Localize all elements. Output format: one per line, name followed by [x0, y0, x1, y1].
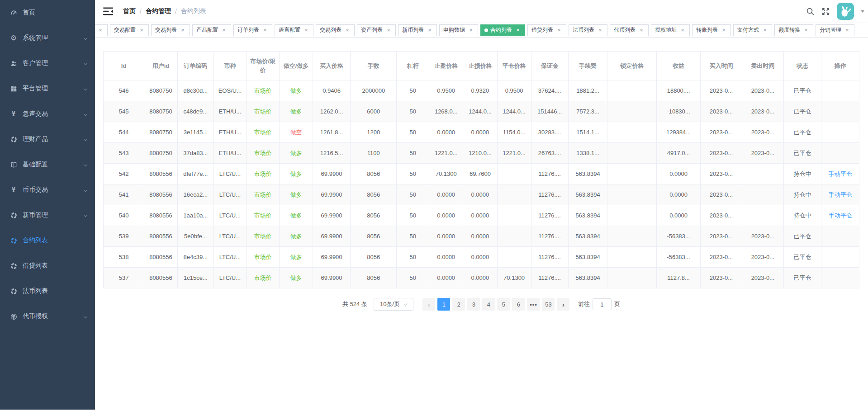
tab-trade-config[interactable]: 交易配置×	[110, 24, 149, 36]
cell-buy_price: 69.9900	[313, 164, 351, 184]
sidebar-item-fast-trade[interactable]: ¥急速交易	[0, 101, 95, 127]
sidebar-item-contract-list[interactable]: 合约列表	[0, 228, 95, 253]
tab-close-icon[interactable]: ×	[515, 27, 521, 33]
page-button-4[interactable]: 4	[482, 298, 495, 311]
tab-close-icon[interactable]: ×	[97, 27, 104, 33]
sidebar-item-new-coin[interactable]: 新币管理	[0, 203, 95, 228]
tab-fiat-list[interactable]: 法币列表×	[569, 24, 607, 36]
page-button-2[interactable]: 2	[452, 298, 465, 311]
page-button-53[interactable]: 53	[542, 298, 555, 311]
tab-transfer-list[interactable]: 转账列表×	[692, 24, 731, 36]
sidebar-item-platform[interactable]: 平台管理	[0, 76, 95, 101]
tab-close-icon[interactable]: ×	[385, 27, 392, 33]
cell-price_type: 市场价	[246, 247, 280, 268]
prev-page-button[interactable]: ‹	[422, 298, 435, 311]
sidebar-item-base-config[interactable]: 基础配置	[0, 152, 95, 177]
goto-page-input[interactable]	[593, 298, 612, 310]
cell-user_id: 8080556	[144, 247, 178, 268]
tab-label: 交易列表	[320, 26, 342, 34]
sidebar-item-home[interactable]: 首页	[0, 0, 95, 25]
cell-lots: 8056	[351, 268, 397, 288]
tab-close-icon[interactable]: ×	[180, 27, 186, 33]
tab-label: 法币列表	[573, 26, 594, 34]
tab-close-icon[interactable]: ×	[262, 27, 268, 33]
sidebar-item-system[interactable]: ⚙系统管理	[0, 25, 95, 51]
lifebuoy-icon	[10, 212, 17, 219]
tab-new-coin-list[interactable]: 新币列表×	[398, 24, 437, 36]
page-button-1[interactable]: 1	[437, 298, 450, 311]
tab-order-list[interactable]: 订单列表×	[233, 24, 272, 36]
cell-close_price: 0.9500	[497, 80, 531, 101]
sidebar-item-loan-list[interactable]: 借贷列表	[0, 253, 95, 278]
sidebar-item-customer[interactable]: 客户管理	[0, 51, 95, 76]
tab-auth-address[interactable]: 授权地址×	[651, 24, 690, 36]
sidebar-item-token-auth[interactable]: 代币授权	[0, 304, 95, 329]
tab-close-icon[interactable]: ×	[597, 27, 603, 33]
tab-quota-convert[interactable]: 额度转换×	[774, 24, 813, 36]
manual-close-link[interactable]: 手动平仓	[821, 205, 859, 226]
tab-loan-list[interactable]: 借贷列表×	[527, 24, 566, 36]
tab-close-icon[interactable]: ×	[721, 27, 727, 33]
sidebar-item-fiat-list[interactable]: 法币列表	[0, 278, 95, 304]
cell-sell_time: 2023-0...	[742, 122, 783, 143]
page-button-3[interactable]: 3	[467, 298, 480, 311]
yen-icon: ¥	[10, 186, 17, 193]
tab-asset-list[interactable]: 资产列表×	[357, 24, 396, 36]
tab-close-icon[interactable]: ×	[803, 27, 809, 33]
page-content: Id用户id订单编码币种市场价/限价做空/做多买入价格手数杠杆止盈价格止损价格平…	[95, 38, 868, 410]
search-icon[interactable]	[806, 7, 815, 16]
tab-close-icon[interactable]: ×	[221, 27, 227, 33]
avatar[interactable]	[837, 3, 854, 20]
tab-subscribe-data[interactable]: 申购数据×	[439, 24, 478, 36]
tab-trade-list-1[interactable]: 交易列表×	[151, 24, 190, 36]
tab-close-icon[interactable]: ×	[638, 27, 645, 33]
cell-profit: 1127.8...	[657, 268, 701, 288]
page-size-select[interactable]: 10条/页	[374, 298, 413, 311]
tab-clipped-list[interactable]: 列表×	[95, 24, 108, 36]
tab-close-icon[interactable]: ×	[344, 27, 351, 33]
chevron-down-icon	[84, 87, 87, 90]
breadcrumb-item[interactable]: 首页	[123, 7, 136, 15]
tab-pay-method[interactable]: 支付方式×	[733, 24, 772, 36]
manual-close-link[interactable]: 手动平仓	[821, 184, 859, 205]
fullscreen-icon[interactable]	[821, 7, 830, 16]
tab-close-icon[interactable]: ×	[138, 27, 145, 33]
tab-close-icon[interactable]: ×	[468, 27, 474, 33]
tab-close-icon[interactable]: ×	[844, 27, 850, 33]
more-pages-button[interactable]: •••	[527, 298, 540, 311]
tab-language-config[interactable]: 语言配置×	[275, 24, 313, 36]
cell-buy_price: 0.9406	[313, 80, 351, 101]
tab-product-config[interactable]: 产品配置×	[192, 24, 231, 36]
cell-lots: 1100	[351, 143, 397, 164]
tab-token-list[interactable]: 代币列表×	[610, 24, 649, 36]
tab-close-icon[interactable]: ×	[556, 27, 562, 33]
cell-take_profit: 0.9500	[429, 80, 463, 101]
tab-label: 申购数据	[443, 26, 465, 34]
chevron-down-icon[interactable]	[861, 10, 864, 13]
tab-close-icon[interactable]: ×	[427, 27, 433, 33]
next-page-button[interactable]: ›	[557, 298, 569, 311]
sidebar-item-wealth[interactable]: 理财产品	[0, 127, 95, 152]
cell-profit: 0.0000	[657, 205, 701, 226]
tab-trade-list-2[interactable]: 交易列表×	[316, 24, 355, 36]
cell-buy_time: 2023-0...	[700, 247, 742, 268]
cell-symbol: ETH/U...	[213, 143, 246, 164]
sidebar-menu: 首页⚙系统管理客户管理平台管理¥急速交易理财产品基础配置¥币币交易新币管理合约列…	[0, 0, 95, 329]
page-button-5[interactable]: 5	[497, 298, 510, 311]
sidebar-item-coin-trade[interactable]: ¥币币交易	[0, 177, 95, 203]
chevron-down-icon	[84, 315, 87, 318]
tab-distribution[interactable]: 分销管理×	[816, 24, 854, 36]
hamburger-fold-icon[interactable]	[103, 7, 113, 16]
page-button-6[interactable]: 6	[512, 298, 525, 311]
main-area: 首页/合约管理/合约列表	[95, 0, 868, 410]
manual-close-link[interactable]: 手动平仓	[821, 164, 859, 184]
tab-close-icon[interactable]: ×	[679, 27, 686, 33]
cell-leverage: 50	[397, 184, 429, 205]
breadcrumb-item[interactable]: 合约管理	[146, 7, 171, 15]
tab-label: 语言配置	[279, 26, 300, 34]
tab-close-icon[interactable]: ×	[762, 27, 768, 33]
tab-contract-list[interactable]: 合约列表×	[480, 24, 525, 36]
tab-label: 授权地址	[655, 26, 677, 34]
sidebar-item-label: 币币交易	[23, 186, 48, 194]
tab-close-icon[interactable]: ×	[303, 27, 309, 33]
